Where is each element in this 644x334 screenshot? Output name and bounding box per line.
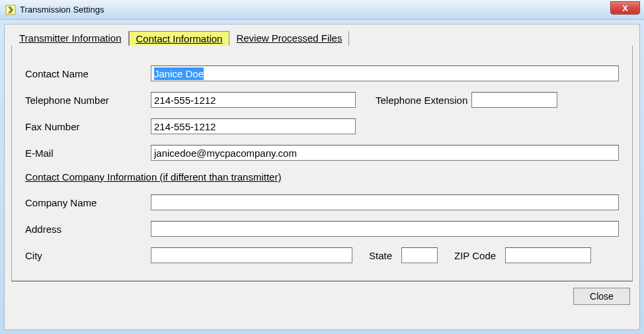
dialog-body: Transmitter Information Contact Informat… [4, 24, 640, 330]
zip-label: ZIP Code [438, 250, 505, 261]
extension-field[interactable] [471, 92, 557, 108]
tab-transmitter-information[interactable]: Transmitter Information [13, 31, 129, 46]
city-field[interactable] [151, 247, 352, 263]
state-label: State [352, 250, 401, 261]
telephone-label: Telephone Number [25, 95, 151, 106]
contact-information-panel: Contact Name Janice Doe Telephone Number… [11, 46, 633, 281]
address-field[interactable] [151, 221, 619, 237]
company-section-header: Contact Company Information (if differen… [25, 171, 619, 183]
fax-field[interactable] [151, 118, 356, 134]
app-icon [5, 5, 16, 15]
close-window-button[interactable]: X [610, 1, 640, 15]
contact-name-value: Janice Doe [154, 67, 204, 80]
button-row: Close [5, 282, 639, 308]
fax-label: Fax Number [25, 121, 151, 132]
tab-strip: Transmitter Information Contact Informat… [5, 31, 639, 46]
window-title: Transmission Settings [20, 5, 104, 15]
email-label: E-Mail [25, 147, 151, 159]
tab-contact-information[interactable]: Contact Information [129, 31, 230, 46]
extension-label: Telephone Extension [356, 95, 471, 106]
close-icon: X [622, 3, 628, 13]
city-label: City [25, 250, 151, 261]
close-button[interactable]: Close [573, 288, 630, 305]
email-field[interactable] [151, 145, 619, 161]
tab-review-processed-files[interactable]: Review Processed Files [229, 31, 349, 46]
company-name-label: Company Name [25, 197, 151, 208]
zip-field[interactable] [505, 247, 591, 263]
telephone-field[interactable] [151, 92, 356, 108]
company-name-field[interactable] [151, 194, 619, 210]
address-label: Address [25, 224, 151, 235]
contact-name-field[interactable]: Janice Doe [151, 65, 619, 81]
title-bar: Transmission Settings X [0, 0, 644, 20]
state-field[interactable] [401, 247, 438, 263]
contact-name-label: Contact Name [25, 68, 151, 79]
